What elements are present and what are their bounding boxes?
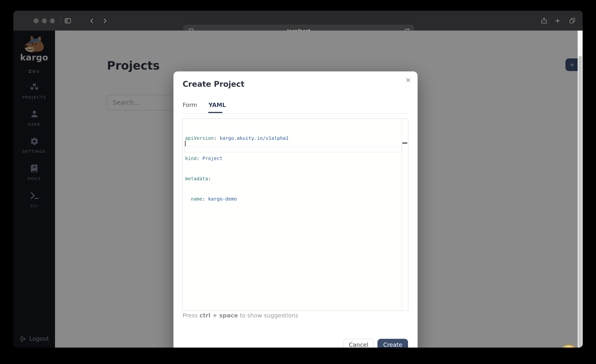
minimap-divider <box>401 119 402 311</box>
browser-scrollbar[interactable] <box>577 30 583 348</box>
share-icon[interactable] <box>538 15 549 26</box>
code-line: name: kargo-demo <box>182 195 408 202</box>
code-line: apiVersion: kargo.akuity.io/v1alpha1 <box>182 135 408 141</box>
yaml-editor[interactable]: apiVersion: kargo.akuity.io/v1alpha1 kin… <box>182 119 408 311</box>
chevron-down-icon[interactable] <box>61 15 69 26</box>
island-badge-icon[interactable] <box>560 345 577 348</box>
browser-toolbar: localhost <box>13 11 583 30</box>
traffic-light-close-icon[interactable] <box>34 18 38 23</box>
close-icon[interactable]: ✕ <box>406 76 411 84</box>
traffic-light-minimize-icon[interactable] <box>42 18 47 23</box>
code-line: kind: Project <box>182 155 408 162</box>
cancel-button[interactable]: Cancel <box>343 339 374 348</box>
modal-title: Create Project <box>183 79 245 89</box>
current-line-highlight <box>184 146 402 152</box>
back-icon[interactable] <box>86 15 97 26</box>
traffic-light-zoom-icon[interactable] <box>50 18 55 23</box>
yaml-code: apiVersion: kargo.akuity.io/v1alpha1 kin… <box>182 121 408 215</box>
text-cursor <box>185 141 186 146</box>
scrollbar-thumb[interactable] <box>578 56 582 348</box>
tabs-divider <box>183 113 408 113</box>
create-button[interactable]: Create <box>378 339 408 348</box>
new-tab-plus-icon[interactable] <box>552 15 563 26</box>
create-project-modal: Create Project ✕ Form YAML apiVersion: k… <box>173 71 417 348</box>
overview-ruler-mark <box>402 142 407 144</box>
browser-window: localhost <box>13 11 583 348</box>
forward-icon[interactable] <box>99 15 110 26</box>
tab-form[interactable]: Form <box>183 102 197 114</box>
editor-hint: Press ctrl + space to show suggestions <box>183 312 298 319</box>
tab-overview-icon[interactable] <box>567 15 577 26</box>
code-line: metadata: <box>182 175 408 182</box>
